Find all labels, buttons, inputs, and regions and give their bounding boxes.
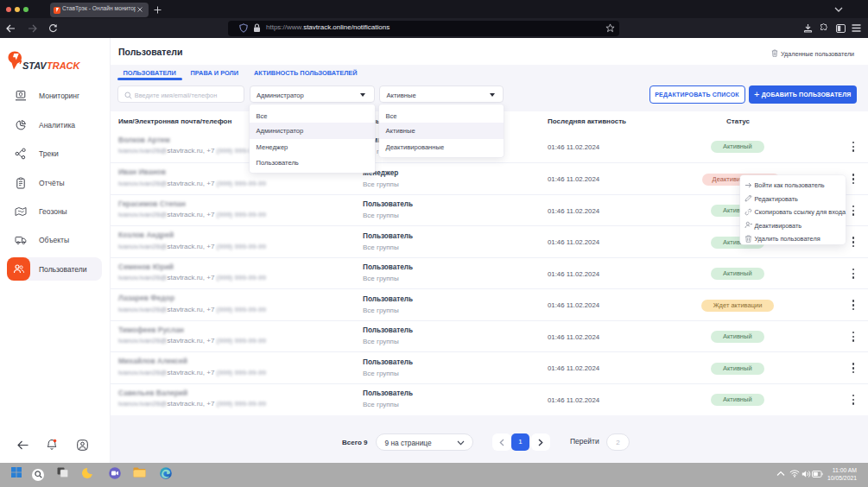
svg-text:STAV: STAV	[22, 60, 48, 71]
svg-text:TRACK: TRACK	[47, 60, 81, 71]
